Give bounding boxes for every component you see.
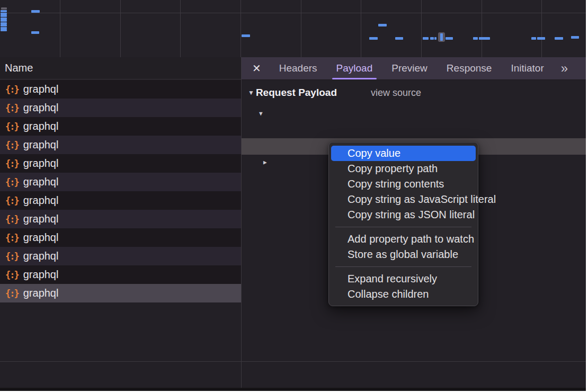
request-row[interactable]: {:}graphql [0, 191, 241, 210]
request-timing-bar [395, 37, 403, 40]
menu-item[interactable]: Store as global variable [331, 247, 476, 262]
timeline-gridline [421, 0, 422, 57]
json-braces-icon: {:} [5, 177, 19, 188]
request-timing-bar [369, 37, 378, 40]
request-row[interactable]: {:}graphql [0, 173, 241, 191]
timeline-gridline [361, 0, 361, 57]
request-row[interactable]: {:}graphql [0, 117, 241, 136]
tab-preview[interactable]: Preview [382, 57, 437, 79]
chevron-double-right-icon: » [561, 61, 568, 76]
request-timing-bar [1, 15, 7, 17]
request-name-label: graphql [23, 120, 59, 132]
request-name-label: graphql [23, 250, 59, 262]
request-timing-bar [1, 7, 7, 10]
tab-initiator[interactable]: Initiator [501, 57, 553, 79]
more-tabs-button[interactable]: » [554, 57, 575, 79]
menu-separator [335, 227, 471, 227]
timeline-gridline-horizontal [0, 13, 586, 13]
request-timing-bar [430, 37, 434, 40]
screenshot-root: Name {:}graphql{:}graphql{:}graphql{:}gr… [0, 0, 588, 392]
tab-headers[interactable]: Headers [270, 57, 327, 79]
timeline-gridline [60, 0, 60, 57]
menu-separator [335, 266, 471, 267]
menu-item[interactable]: Copy property path [331, 161, 476, 176]
footer-separator [0, 361, 586, 362]
request-timing-bar [434, 37, 436, 40]
request-row[interactable]: {:}graphql [0, 80, 241, 99]
request-timing-bar [473, 37, 478, 40]
tab-payload[interactable]: Payload [327, 57, 382, 79]
request-list: {:}graphql{:}graphql{:}graphql{:}graphql… [0, 80, 241, 302]
json-braces-icon: {:} [5, 270, 19, 280]
details-tabbar: ✕ HeadersPayloadPreviewResponseInitiator… [242, 57, 586, 80]
request-timing-bar [31, 10, 40, 13]
request-timing-bar [423, 37, 429, 40]
view-source-wrap: view source [242, 85, 586, 101]
json-braces-icon: {:} [5, 288, 19, 299]
context-menu: Copy valueCopy property pathCopy string … [328, 142, 478, 306]
request-timing-bar [1, 20, 7, 22]
tab-strip: HeadersPayloadPreviewResponseInitiator [270, 57, 554, 79]
request-timing-bar [537, 37, 545, 40]
request-row[interactable]: {:}graphql [0, 136, 241, 154]
request-name-label: graphql [23, 269, 59, 281]
request-name-label: graphql [23, 194, 59, 207]
request-timing-bar [555, 37, 563, 40]
timeline-gridline [240, 0, 241, 57]
request-timing-bar [1, 29, 7, 31]
timeline-gridline [120, 0, 121, 57]
request-name-label: graphql [23, 176, 59, 188]
window-bottom-edge [0, 388, 586, 391]
json-braces-icon: {:} [5, 195, 19, 206]
json-braces-icon: {:} [5, 214, 19, 225]
network-overview[interactable] [0, 0, 586, 58]
request-name-label: graphql [23, 157, 59, 170]
request-row[interactable]: {:}graphql [0, 247, 241, 265]
selected-request-bar [440, 33, 443, 41]
name-column-label: Name [5, 62, 33, 74]
request-name-label: graphql [23, 139, 59, 151]
menu-item[interactable]: Copy string as JSON literal [331, 207, 476, 222]
collapsed-triangle-icon[interactable]: ▶ [263, 155, 267, 171]
tab-response[interactable]: Response [437, 57, 502, 79]
request-row[interactable]: {:}graphql [0, 154, 241, 173]
request-timing-bar [1, 10, 7, 12]
request-row[interactable]: {:}graphql [0, 210, 241, 228]
timeline-gridline [180, 0, 181, 57]
payload-row-root[interactable]: ▼ {operationName: "ipFlowTimeseries", va… [242, 106, 586, 122]
request-name-label: graphql [23, 213, 59, 225]
request-timing-bar [378, 24, 387, 26]
name-column-header[interactable]: Name [0, 57, 241, 79]
request-row[interactable]: {:}graphql [0, 265, 241, 284]
expanded-triangle-icon[interactable]: ▼ [259, 106, 263, 122]
close-details-button[interactable]: ✕ [242, 57, 270, 79]
request-name-label: graphql [23, 83, 59, 95]
menu-item[interactable]: Copy value [331, 146, 476, 161]
request-name-label: graphql [23, 287, 59, 299]
request-timing-bar [531, 37, 536, 40]
request-name-label: graphql [23, 231, 59, 244]
json-braces-icon: {:} [5, 121, 19, 132]
menu-item[interactable]: Copy string contents [331, 176, 476, 192]
timeline-gridline [541, 0, 542, 57]
devtools-window: Name {:}graphql{:}graphql{:}graphql{:}gr… [0, 0, 586, 391]
menu-item[interactable]: Collapse children [331, 287, 476, 302]
menu-item[interactable]: Add property path to watch [331, 231, 476, 247]
timeline-gridline [482, 0, 482, 57]
menu-item[interactable]: Copy string as JavaScript literal [331, 192, 476, 207]
request-name-label: graphql [23, 102, 59, 114]
json-braces-icon: {:} [5, 233, 19, 243]
request-timing-bar [479, 37, 490, 40]
json-braces-icon: {:} [5, 251, 19, 262]
request-timing-bar [571, 36, 579, 39]
payload-row-operationname[interactable]: operationName: "ipFlowTimeseries" [242, 122, 586, 138]
request-timing-bar [1, 24, 7, 26]
request-timing-bar [31, 31, 39, 34]
close-icon: ✕ [252, 62, 261, 75]
json-braces-icon: {:} [5, 158, 19, 169]
request-row[interactable]: {:}graphql [0, 99, 241, 117]
view-source-link[interactable]: view source [371, 87, 421, 99]
request-row[interactable]: {:}graphql [0, 284, 241, 302]
menu-item[interactable]: Expand recursively [331, 271, 476, 287]
request-row[interactable]: {:}graphql [0, 228, 241, 247]
